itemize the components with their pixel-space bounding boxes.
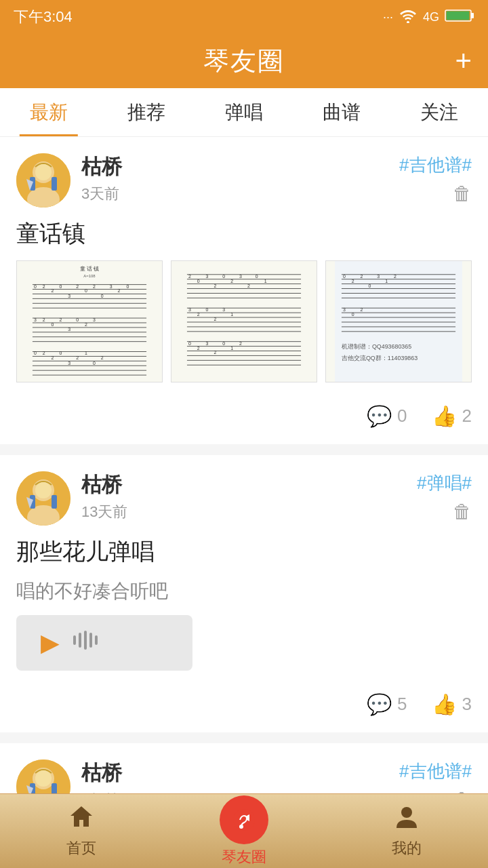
post-2-username: 枯桥 (81, 471, 417, 499)
nav-mine-label: 我的 (392, 838, 422, 859)
svg-text:吉他交流QQ群：114039863: 吉他交流QQ群：114039863 (342, 355, 418, 361)
post-1-footer: 💬 0 👍 2 (16, 396, 472, 428)
post-2-footer: 💬 5 👍 3 (16, 684, 472, 716)
svg-text:1: 1 (85, 351, 87, 355)
svg-text:0: 0 (188, 341, 191, 346)
svg-text:3: 3 (34, 317, 37, 322)
comment-icon: 💬 (367, 404, 392, 428)
svg-rect-2 (471, 13, 474, 18)
post-3-tag[interactable]: #吉他谱# (399, 760, 472, 783)
svg-point-7 (35, 164, 52, 180)
qinyouquan-icon[interactable] (220, 795, 268, 844)
svg-text:2: 2 (361, 307, 363, 312)
svg-point-186 (233, 809, 255, 831)
header-title: 琴友圈 (203, 44, 285, 79)
svg-text:0: 0 (126, 284, 129, 289)
tab-score[interactable]: 曲谱 (293, 88, 390, 136)
post-1-tag[interactable]: #吉他谱# (399, 153, 472, 177)
svg-text:2: 2 (76, 355, 79, 360)
svg-rect-3 (447, 11, 470, 20)
svg-text:3: 3 (68, 294, 70, 298)
svg-text:0: 0 (60, 284, 62, 289)
user-icon (394, 804, 420, 835)
svg-text:3: 3 (206, 341, 209, 346)
svg-text:2: 2 (188, 274, 191, 279)
post-3-username: 枯桥 (81, 760, 399, 787)
sheet-img-2[interactable]: 2 0 3 2 0 2 3 2 0 1 (171, 260, 317, 382)
svg-text:2: 2 (197, 312, 200, 317)
status-bar: 下午3:04 ··· 4G (0, 0, 488, 34)
tab-follow[interactable]: 关注 (390, 88, 488, 136)
svg-point-130 (35, 482, 52, 498)
sheet-img-1[interactable]: 童 话 镇 A=108 0 2 2 0 3 (16, 260, 163, 382)
post-1-actions: #吉他谱# 🗑 (399, 153, 472, 205)
avatar-1[interactable] (16, 153, 70, 208)
nav-mine[interactable]: 我的 (325, 804, 488, 859)
svg-text:2: 2 (60, 317, 62, 322)
post-1-header: 枯桥 3天前 #吉他谱# 🗑 (16, 153, 472, 208)
post-2: 枯桥 13天前 #弹唱# 🗑 那些花儿弹唱 唱的不好凑合听吧 ▶ (0, 455, 488, 732)
sheet-img-3[interactable]: 0 2 2 0 3 1 2 3 0 (325, 260, 472, 382)
svg-text:2: 2 (214, 350, 217, 355)
post-2-comments[interactable]: 💬 5 (367, 692, 407, 716)
svg-text:3: 3 (110, 284, 113, 289)
post-1-delete-icon[interactable]: 🗑 (453, 182, 472, 205)
svg-text:童 话 镇: 童 话 镇 (80, 266, 99, 272)
svg-text:0: 0 (343, 274, 346, 279)
like-icon: 👍 (432, 404, 457, 428)
post-2-tag[interactable]: #弹唱# (417, 471, 472, 495)
audio-player[interactable]: ▶ (16, 615, 192, 671)
svg-text:2: 2 (197, 346, 200, 351)
svg-text:2: 2 (93, 284, 96, 289)
svg-text:3: 3 (188, 307, 191, 312)
svg-text:2: 2 (76, 284, 79, 289)
post-1-time: 3天前 (81, 184, 399, 204)
svg-rect-135 (84, 631, 87, 650)
home-icon (68, 804, 95, 835)
post-2-actions: #弹唱# 🗑 (417, 471, 472, 523)
like-icon-2: 👍 (432, 692, 457, 716)
svg-text:0: 0 (352, 312, 354, 317)
svg-text:0: 0 (101, 294, 104, 298)
tab-recommend[interactable]: 推荐 (98, 88, 195, 136)
header: 琴友圈 + (0, 34, 488, 88)
svg-text:0: 0 (93, 361, 96, 366)
svg-text:0: 0 (34, 284, 37, 289)
add-button[interactable]: + (455, 45, 472, 77)
play-button[interactable]: ▶ (41, 629, 60, 657)
post-2-delete-icon[interactable]: 🗑 (453, 500, 472, 523)
nav-qinyouquan[interactable]: 琴友圈 (163, 795, 325, 867)
svg-rect-132 (52, 495, 57, 509)
svg-text:2: 2 (214, 283, 217, 288)
post-2-likes[interactable]: 👍 3 (432, 692, 472, 716)
post-1-likes[interactable]: 👍 2 (432, 404, 472, 428)
svg-text:2: 2 (43, 317, 45, 322)
nav-qinyouquan-label: 琴友圈 (222, 847, 266, 867)
svg-text:0: 0 (76, 317, 79, 322)
svg-text:3: 3 (239, 274, 242, 279)
battery-icon (445, 8, 474, 26)
tab-latest[interactable]: 最新 (0, 88, 98, 136)
post-2-header: 枯桥 13天前 #弹唱# 🗑 (16, 471, 472, 526)
svg-point-187 (239, 825, 243, 829)
svg-text:3: 3 (222, 307, 225, 312)
nav-home[interactable]: 首页 (0, 804, 163, 859)
nav-home-label: 首页 (66, 838, 96, 859)
svg-text:2: 2 (214, 317, 217, 321)
svg-text:0: 0 (60, 351, 62, 355)
svg-text:2: 2 (361, 274, 363, 279)
svg-text:1: 1 (230, 312, 233, 317)
svg-text:2: 2 (394, 274, 396, 279)
svg-text:0: 0 (222, 274, 225, 279)
avatar-2[interactable] (16, 471, 70, 526)
audio-wave-icon (73, 630, 98, 656)
wifi-icon (399, 8, 418, 26)
svg-text:1: 1 (385, 279, 388, 283)
bottom-nav: 首页 琴友圈 我的 (0, 793, 488, 868)
svg-text:A=108: A=108 (83, 274, 96, 278)
post-1-comments[interactable]: 💬 0 (367, 404, 407, 428)
svg-text:2: 2 (43, 351, 45, 355)
tab-play[interactable]: 弹唱 (195, 88, 293, 136)
svg-rect-136 (89, 633, 92, 648)
svg-text:0: 0 (34, 351, 37, 355)
